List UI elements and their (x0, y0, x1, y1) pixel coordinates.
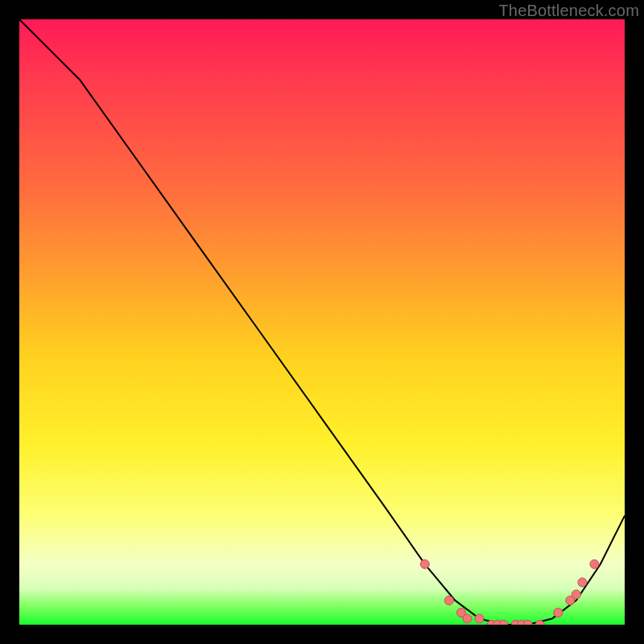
curve-marker (420, 559, 429, 568)
curve-marker (554, 609, 563, 617)
curve-marker (590, 559, 599, 568)
curve-marker (444, 596, 453, 605)
curve-markers (420, 559, 599, 625)
curve-marker (463, 614, 472, 623)
curve-marker (578, 578, 587, 587)
curve-marker (572, 590, 580, 599)
curve-marker (475, 614, 484, 623)
chart-svg (19, 19, 625, 625)
bottleneck-curve (19, 19, 625, 625)
watermark-text: TheBottleneck.com (498, 2, 639, 20)
chart-frame (19, 19, 625, 625)
